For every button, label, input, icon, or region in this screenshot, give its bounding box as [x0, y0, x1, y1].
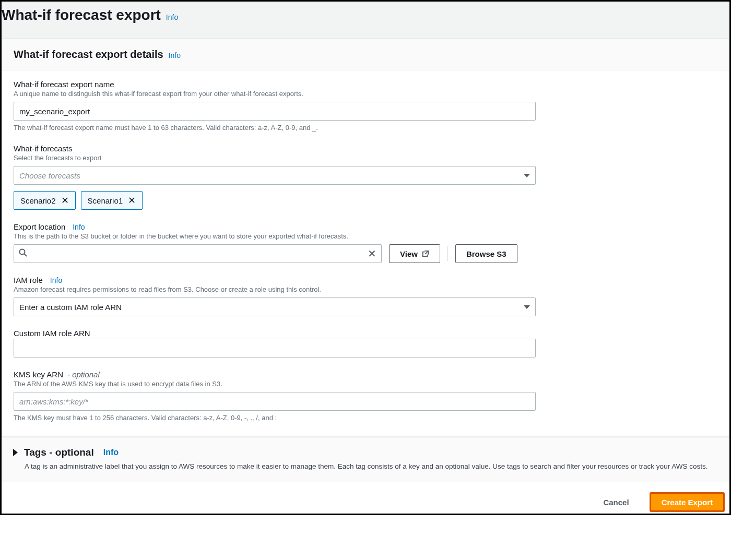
search-icon: [19, 248, 27, 259]
export-name-label: What-if forecast export name: [14, 80, 536, 89]
iam-role-field: IAM role Info Amazon forecast requires p…: [14, 276, 536, 316]
export-name-input[interactable]: [14, 102, 536, 121]
details-title: What-if forecast export details: [14, 49, 163, 60]
custom-arn-label: Custom IAM role ARN: [14, 329, 536, 338]
tags-panel: Tags - optional Info A tag is an adminis…: [2, 437, 729, 482]
export-location-field: Export location Info This is the path to…: [14, 222, 536, 263]
export-location-search: ✕: [14, 244, 382, 263]
forecasts-select[interactable]: Choose forecasts: [14, 166, 536, 185]
kms-label: KMS key ARN: [14, 370, 63, 379]
custom-arn-input[interactable]: [14, 339, 536, 358]
page-header: What-if forecast export Info: [2, 2, 729, 39]
export-location-desc: This is the path to the S3 bucket or fol…: [14, 232, 536, 240]
clear-icon[interactable]: ✕: [368, 247, 376, 260]
cancel-label: Cancel: [603, 498, 629, 507]
kms-hint: The KMS key must have 1 to 256 character…: [14, 414, 536, 422]
page-title: What-if forecast export: [2, 7, 161, 23]
forecast-tokens: Scenario2 ✕ Scenario1 ✕: [14, 191, 536, 210]
export-location-label: Export location: [14, 222, 65, 231]
divider: [447, 246, 448, 261]
view-button[interactable]: View: [389, 244, 440, 263]
tags-title: Tags - optional: [24, 447, 94, 458]
details-panel-body: What-if forecast export name A unique na…: [2, 70, 729, 436]
browse-s3-label: Browse S3: [466, 249, 506, 258]
forecast-token: Scenario2 ✕: [14, 191, 76, 210]
tags-desc: A tag is an administrative label that yo…: [13, 462, 718, 470]
close-icon[interactable]: ✕: [61, 195, 69, 206]
kms-optional: - optional: [67, 370, 100, 379]
details-info-link[interactable]: Info: [169, 51, 181, 59]
export-location-info-link[interactable]: Info: [73, 223, 85, 231]
forecasts-desc: Select the forecasts to export: [14, 154, 536, 162]
iam-role-select[interactable]: Enter a custom IAM role ARN: [14, 297, 536, 316]
close-icon[interactable]: ✕: [128, 195, 136, 206]
forecast-token: Scenario1 ✕: [81, 191, 143, 210]
create-export-label: Create Export: [662, 498, 713, 507]
view-button-label: View: [400, 249, 418, 258]
export-location-input[interactable]: [14, 244, 382, 263]
export-name-hint: The what-if forecast export name must ha…: [14, 124, 536, 132]
kms-desc: The ARN of the AWS KMS key that is used …: [14, 380, 536, 388]
iam-role-info-link[interactable]: Info: [50, 276, 62, 284]
details-panel: What-if forecast export details Info Wha…: [2, 39, 729, 437]
kms-input[interactable]: [14, 392, 536, 411]
kms-field: KMS key ARN - optional The ARN of the AW…: [14, 370, 536, 422]
forecasts-field: What-if forecasts Select the forecasts t…: [14, 144, 536, 210]
forecast-token-label: Scenario2: [20, 196, 56, 205]
custom-arn-field: Custom IAM role ARN: [14, 329, 536, 358]
page-header-info-link[interactable]: Info: [166, 13, 178, 21]
footer: Cancel Create Export: [2, 482, 729, 514]
iam-role-desc: Amazon forecast requires permissions to …: [14, 285, 536, 293]
iam-role-selected: Enter a custom IAM role ARN: [19, 303, 122, 312]
forecast-token-label: Scenario1: [88, 196, 123, 205]
create-export-button[interactable]: Create Export: [650, 493, 724, 511]
cancel-button[interactable]: Cancel: [593, 493, 639, 511]
external-link-icon: [422, 250, 429, 257]
chevron-down-icon: [524, 305, 530, 309]
chevron-down-icon: [524, 174, 530, 177]
expand-caret-icon[interactable]: [13, 449, 18, 456]
export-name-desc: A unique name to distinguish this what-i…: [14, 90, 536, 98]
iam-role-label: IAM role: [14, 276, 43, 284]
browse-s3-button[interactable]: Browse S3: [455, 244, 517, 263]
details-panel-header: What-if forecast export details Info: [2, 39, 729, 70]
forecasts-placeholder: Choose forecasts: [19, 171, 80, 180]
svg-point-0: [20, 249, 25, 255]
export-name-field: What-if forecast export name A unique na…: [14, 80, 536, 132]
tags-info-link[interactable]: Info: [103, 448, 119, 457]
forecasts-label: What-if forecasts: [14, 144, 536, 153]
svg-line-1: [25, 254, 27, 257]
